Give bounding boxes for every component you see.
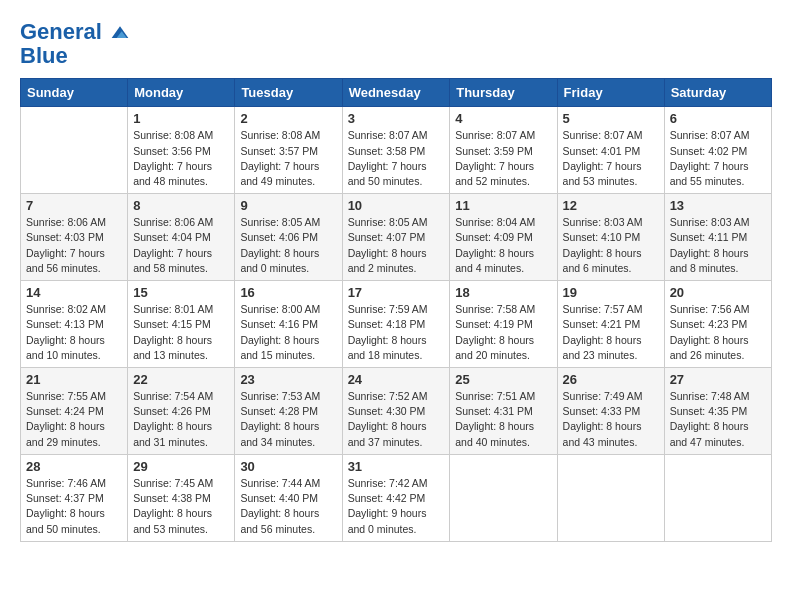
day-info: Sunrise: 8:07 AMSunset: 4:02 PMDaylight:… [670,128,766,189]
day-number: 2 [240,111,336,126]
calendar-cell: 11 Sunrise: 8:04 AMSunset: 4:09 PMDaylig… [450,194,557,281]
day-number: 30 [240,459,336,474]
day-number: 19 [563,285,659,300]
day-info: Sunrise: 7:46 AMSunset: 4:37 PMDaylight:… [26,476,122,537]
day-number: 9 [240,198,336,213]
day-number: 15 [133,285,229,300]
calendar-cell: 13 Sunrise: 8:03 AMSunset: 4:11 PMDaylig… [664,194,771,281]
calendar-cell: 14 Sunrise: 8:02 AMSunset: 4:13 PMDaylig… [21,281,128,368]
calendar-table: SundayMondayTuesdayWednesdayThursdayFrid… [20,78,772,541]
calendar-cell: 12 Sunrise: 8:03 AMSunset: 4:10 PMDaylig… [557,194,664,281]
day-info: Sunrise: 8:05 AMSunset: 4:07 PMDaylight:… [348,215,445,276]
day-info: Sunrise: 8:08 AMSunset: 3:56 PMDaylight:… [133,128,229,189]
day-number: 27 [670,372,766,387]
day-info: Sunrise: 7:42 AMSunset: 4:42 PMDaylight:… [348,476,445,537]
calendar-cell: 7 Sunrise: 8:06 AMSunset: 4:03 PMDayligh… [21,194,128,281]
day-info: Sunrise: 7:53 AMSunset: 4:28 PMDaylight:… [240,389,336,450]
header-wednesday: Wednesday [342,79,450,107]
day-info: Sunrise: 7:52 AMSunset: 4:30 PMDaylight:… [348,389,445,450]
calendar-cell: 30 Sunrise: 7:44 AMSunset: 4:40 PMDaylig… [235,454,342,541]
calendar-week-row: 1 Sunrise: 8:08 AMSunset: 3:56 PMDayligh… [21,107,772,194]
logo: General Blue [20,20,130,68]
calendar-cell: 23 Sunrise: 7:53 AMSunset: 4:28 PMDaylig… [235,368,342,455]
day-number: 18 [455,285,551,300]
header-saturday: Saturday [664,79,771,107]
calendar-cell [557,454,664,541]
calendar-cell: 16 Sunrise: 8:00 AMSunset: 4:16 PMDaylig… [235,281,342,368]
day-number: 17 [348,285,445,300]
day-number: 6 [670,111,766,126]
day-info: Sunrise: 8:00 AMSunset: 4:16 PMDaylight:… [240,302,336,363]
calendar-cell: 6 Sunrise: 8:07 AMSunset: 4:02 PMDayligh… [664,107,771,194]
calendar-week-row: 28 Sunrise: 7:46 AMSunset: 4:37 PMDaylig… [21,454,772,541]
header-tuesday: Tuesday [235,79,342,107]
calendar-cell: 17 Sunrise: 7:59 AMSunset: 4:18 PMDaylig… [342,281,450,368]
day-info: Sunrise: 8:06 AMSunset: 4:03 PMDaylight:… [26,215,122,276]
day-number: 29 [133,459,229,474]
calendar-cell: 9 Sunrise: 8:05 AMSunset: 4:06 PMDayligh… [235,194,342,281]
logo-text: General [20,20,130,44]
calendar-cell: 20 Sunrise: 7:56 AMSunset: 4:23 PMDaylig… [664,281,771,368]
day-number: 21 [26,372,122,387]
header-sunday: Sunday [21,79,128,107]
header-friday: Friday [557,79,664,107]
calendar-cell: 19 Sunrise: 7:57 AMSunset: 4:21 PMDaylig… [557,281,664,368]
calendar-week-row: 14 Sunrise: 8:02 AMSunset: 4:13 PMDaylig… [21,281,772,368]
calendar-cell: 4 Sunrise: 8:07 AMSunset: 3:59 PMDayligh… [450,107,557,194]
logo-icon [110,23,130,43]
day-number: 25 [455,372,551,387]
day-number: 12 [563,198,659,213]
calendar-cell: 26 Sunrise: 7:49 AMSunset: 4:33 PMDaylig… [557,368,664,455]
calendar-week-row: 7 Sunrise: 8:06 AMSunset: 4:03 PMDayligh… [21,194,772,281]
day-number: 10 [348,198,445,213]
day-info: Sunrise: 7:57 AMSunset: 4:21 PMDaylight:… [563,302,659,363]
day-info: Sunrise: 8:04 AMSunset: 4:09 PMDaylight:… [455,215,551,276]
day-info: Sunrise: 7:51 AMSunset: 4:31 PMDaylight:… [455,389,551,450]
day-info: Sunrise: 7:58 AMSunset: 4:19 PMDaylight:… [455,302,551,363]
calendar-cell: 27 Sunrise: 7:48 AMSunset: 4:35 PMDaylig… [664,368,771,455]
day-number: 4 [455,111,551,126]
day-number: 31 [348,459,445,474]
day-info: Sunrise: 8:05 AMSunset: 4:06 PMDaylight:… [240,215,336,276]
calendar-cell: 2 Sunrise: 8:08 AMSunset: 3:57 PMDayligh… [235,107,342,194]
day-number: 26 [563,372,659,387]
day-info: Sunrise: 8:07 AMSunset: 3:59 PMDaylight:… [455,128,551,189]
calendar-cell: 21 Sunrise: 7:55 AMSunset: 4:24 PMDaylig… [21,368,128,455]
calendar-cell: 22 Sunrise: 7:54 AMSunset: 4:26 PMDaylig… [128,368,235,455]
day-info: Sunrise: 7:49 AMSunset: 4:33 PMDaylight:… [563,389,659,450]
day-info: Sunrise: 7:59 AMSunset: 4:18 PMDaylight:… [348,302,445,363]
day-number: 7 [26,198,122,213]
day-number: 14 [26,285,122,300]
logo-blue-text: Blue [20,44,130,68]
calendar-header-row: SundayMondayTuesdayWednesdayThursdayFrid… [21,79,772,107]
calendar-week-row: 21 Sunrise: 7:55 AMSunset: 4:24 PMDaylig… [21,368,772,455]
calendar-cell [450,454,557,541]
day-info: Sunrise: 8:08 AMSunset: 3:57 PMDaylight:… [240,128,336,189]
day-number: 8 [133,198,229,213]
calendar-cell: 31 Sunrise: 7:42 AMSunset: 4:42 PMDaylig… [342,454,450,541]
day-number: 1 [133,111,229,126]
calendar-cell: 3 Sunrise: 8:07 AMSunset: 3:58 PMDayligh… [342,107,450,194]
day-number: 24 [348,372,445,387]
day-info: Sunrise: 8:06 AMSunset: 4:04 PMDaylight:… [133,215,229,276]
day-info: Sunrise: 8:01 AMSunset: 4:15 PMDaylight:… [133,302,229,363]
calendar-cell: 24 Sunrise: 7:52 AMSunset: 4:30 PMDaylig… [342,368,450,455]
day-info: Sunrise: 8:07 AMSunset: 4:01 PMDaylight:… [563,128,659,189]
day-info: Sunrise: 8:07 AMSunset: 3:58 PMDaylight:… [348,128,445,189]
day-number: 13 [670,198,766,213]
calendar-cell: 1 Sunrise: 8:08 AMSunset: 3:56 PMDayligh… [128,107,235,194]
day-info: Sunrise: 7:56 AMSunset: 4:23 PMDaylight:… [670,302,766,363]
day-number: 3 [348,111,445,126]
day-info: Sunrise: 7:55 AMSunset: 4:24 PMDaylight:… [26,389,122,450]
day-number: 11 [455,198,551,213]
header-thursday: Thursday [450,79,557,107]
calendar-cell: 5 Sunrise: 8:07 AMSunset: 4:01 PMDayligh… [557,107,664,194]
calendar-cell: 15 Sunrise: 8:01 AMSunset: 4:15 PMDaylig… [128,281,235,368]
day-number: 5 [563,111,659,126]
calendar-cell: 25 Sunrise: 7:51 AMSunset: 4:31 PMDaylig… [450,368,557,455]
page-header: General Blue [20,20,772,68]
day-info: Sunrise: 7:44 AMSunset: 4:40 PMDaylight:… [240,476,336,537]
day-info: Sunrise: 8:02 AMSunset: 4:13 PMDaylight:… [26,302,122,363]
calendar-cell: 8 Sunrise: 8:06 AMSunset: 4:04 PMDayligh… [128,194,235,281]
day-info: Sunrise: 8:03 AMSunset: 4:10 PMDaylight:… [563,215,659,276]
